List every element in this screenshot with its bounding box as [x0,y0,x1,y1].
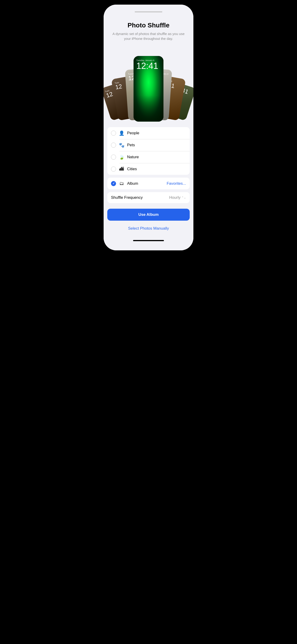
person-icon [119,130,124,136]
option-pets-label: Pets [127,143,186,148]
option-people-label: People [127,131,186,136]
radio-cities[interactable] [111,166,116,172]
option-people[interactable]: People [107,127,190,139]
album-favorites-link[interactable]: Favorites... [167,181,186,186]
shuffle-value[interactable]: Hourly ⌃⌄ [169,195,186,200]
album-icon [119,181,124,186]
option-album[interactable]: Album Favorites... [107,178,190,189]
option-nature-label: Nature [127,155,186,160]
status-bar [104,4,194,16]
page-subtitle: A dynamic set of photos that shuffle as … [110,31,187,41]
options-section: People Pets Nature Cities [107,127,190,175]
album-section: Album Favorites... [107,178,190,189]
green-face: Tuesday, January 9 12:41 [134,56,164,122]
shuffle-label: Shuffle Frequency [111,195,143,200]
radio-album[interactable] [111,181,116,186]
shuffle-section: Shuffle Frequency Hourly ⌃⌄ [107,192,190,203]
option-cities-label: Cities [127,167,186,171]
option-cities[interactable]: Cities [107,163,190,175]
use-album-button[interactable]: Use Album [107,209,190,221]
chevron-updown-icon: ⌃⌄ [182,196,186,199]
option-album-label: Album [127,181,164,186]
select-photos-manually-button[interactable]: Select Photos Manually [107,224,190,234]
bottom-actions: Use Album Select Photos Manually [104,209,194,238]
paw-icon [119,142,124,148]
shuffle-value-text: Hourly [169,195,180,200]
option-nature[interactable]: Nature [107,151,190,163]
radio-people[interactable] [111,130,116,136]
content-area: Photo Shuffle A dynamic set of photos th… [104,16,194,250]
radio-pets[interactable] [111,142,116,148]
notch-pill [135,11,162,12]
radio-nature[interactable] [111,154,116,160]
home-indicator [133,240,164,241]
leaf-icon [119,154,124,160]
photo-carousel: Tues 12 Tues 12 Tuesday, January 12:4 [104,46,194,122]
page-title: Photo Shuffle [110,22,187,29]
card-time-center: Tuesday, January 9 12:41 [136,59,158,70]
option-pets[interactable]: Pets [107,139,190,151]
building-icon [119,166,124,172]
header: Photo Shuffle A dynamic set of photos th… [104,16,194,46]
shuffle-row[interactable]: Shuffle Frequency Hourly ⌃⌄ [107,192,190,203]
phone-frame: Photo Shuffle A dynamic set of photos th… [104,4,194,250]
carousel-card-center: Tuesday, January 9 12:41 [134,56,164,122]
